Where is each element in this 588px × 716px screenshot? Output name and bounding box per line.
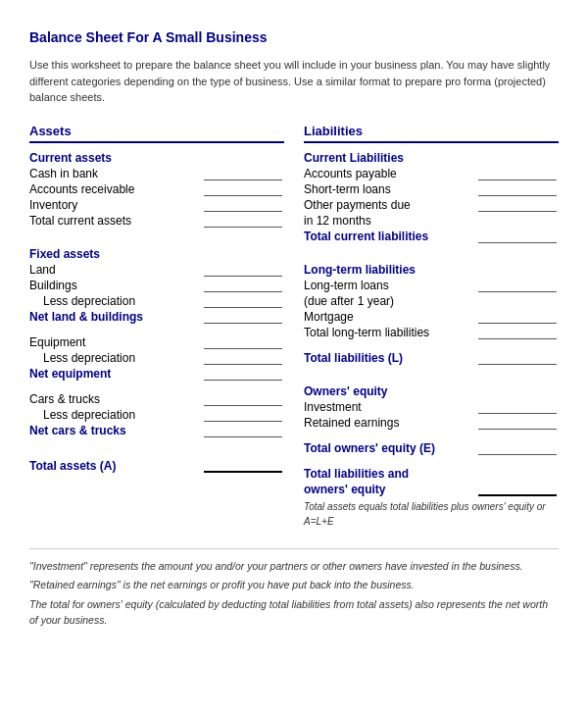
list-item: Long-term loans [304, 279, 559, 292]
list-item: Equipment [29, 335, 284, 349]
list-item: Net equipment [29, 367, 284, 381]
list-item: Less depreciation [29, 351, 284, 365]
assets-column: Assets Current assets Cash in bank Accou… [29, 124, 294, 529]
list-item: Land [29, 263, 284, 277]
list-item: Cars & trucks [29, 392, 284, 406]
list-item: Net land & buildings [29, 310, 284, 324]
list-item: Other payments due [304, 198, 559, 212]
footer-section: "Investment" represents the amount you a… [29, 548, 559, 629]
list-item: Less depreciation [29, 408, 284, 422]
liabilities-header: Liabilities [304, 124, 559, 143]
total-equity: Total owners' equity (E) [304, 441, 559, 455]
list-item: Mortgage [304, 310, 559, 324]
list-item: Short-term loans [304, 182, 559, 196]
balance-sheet-columns: Assets Current assets Cash in bank Accou… [29, 124, 559, 529]
current-liabilities-header: Current Liabilities [304, 151, 559, 165]
list-item: Investment [304, 400, 559, 414]
total-liabilities: Total liabilities (L) [304, 351, 559, 365]
list-item: (due after 1 year) [304, 294, 559, 308]
list-item: Net cars & trucks [29, 424, 284, 437]
intro-text: Use this worksheet to prepare the balanc… [29, 57, 559, 106]
footer-note-2: "Retained earnings" is the net earnings … [29, 578, 559, 593]
liabilities-column: Liabilities Current Liabilities Accounts… [294, 124, 559, 529]
list-item: Less depreciation [29, 294, 284, 308]
list-item: Inventory [29, 198, 284, 212]
longterm-liabilities-header: Long-term liabilities [304, 263, 559, 277]
list-item: Buildings [29, 279, 284, 292]
current-assets-header: Current assets [29, 151, 284, 165]
list-item: Retained earnings [304, 416, 559, 430]
footer-note-1: "Investment" represents the amount you a… [29, 559, 559, 575]
fixed-assets-header: Fixed assets [29, 247, 284, 261]
equity-note: Total assets equals total liabilities pl… [304, 501, 546, 527]
list-item: Total current assets [29, 214, 284, 228]
list-item: Accounts payable [304, 167, 559, 180]
total-assets: Total assets (A) [29, 459, 284, 473]
list-item: Total long-term liabilities [304, 326, 559, 339]
footer-note-3: The total for owners' equity (calculated… [29, 597, 559, 629]
list-item: in 12 months [304, 214, 559, 228]
list-item: Accounts receivable [29, 182, 284, 196]
assets-header: Assets [29, 124, 284, 143]
page-title: Balance Sheet For A Small Business [29, 29, 559, 45]
list-item: Total current liabilities [304, 230, 559, 243]
total-combined-line: owners' equity [304, 483, 559, 496]
list-item: Cash in bank [29, 167, 284, 180]
total-combined-label: Total liabilities and [304, 467, 409, 481]
owners-equity-header: Owners' equity [304, 384, 559, 398]
